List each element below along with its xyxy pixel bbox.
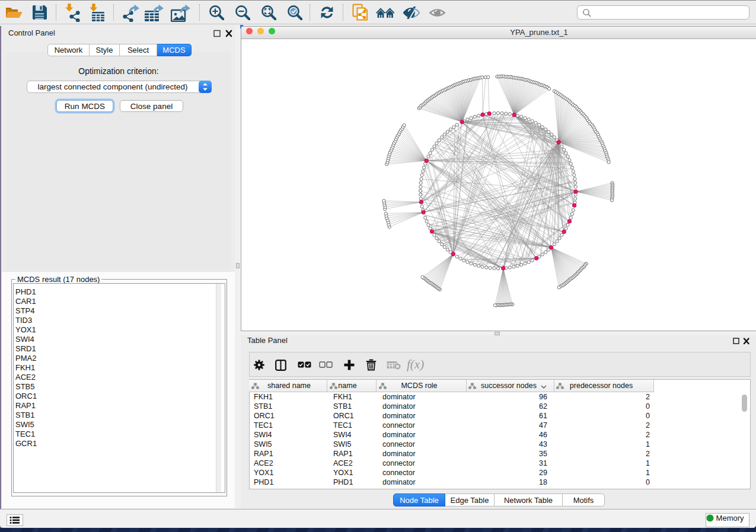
svg-text:f(x): f(x) — [407, 358, 424, 371]
